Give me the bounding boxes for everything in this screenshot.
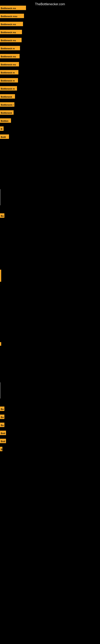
bar-item: B (0, 447, 2, 451)
chart-marker (0, 342, 1, 346)
bar-item: Bo (0, 213, 4, 218)
bar-item: Bottleneck (0, 110, 14, 115)
bar-item: Bo (0, 406, 4, 411)
bar-item: Bott (0, 431, 6, 435)
bar-item: Bottleneck res (0, 38, 22, 42)
chart-marker (0, 270, 1, 282)
bar-item: Bott (0, 439, 6, 443)
bar-item: Bottleneck re (0, 86, 17, 90)
bar-item: B (0, 126, 3, 131)
bar-item: Bottlen (0, 118, 11, 123)
bar-item: Bottleneck (0, 94, 15, 98)
bar-item: Bottleneck r (0, 102, 14, 107)
bar-item: Bottleneck resu (0, 14, 24, 18)
chart-marker (0, 189, 0, 205)
bar-item: Bo (0, 422, 4, 427)
bar-item: Bottleneck re (0, 70, 18, 74)
bar-item: Bottleneck res (0, 30, 22, 34)
bar-item: Bottleneck res (0, 62, 19, 66)
bar-item: Bottleneck res (0, 54, 20, 58)
bar-item: Bottl (0, 134, 9, 139)
bar-item: Bottleneck res (0, 6, 26, 10)
chart-marker (0, 382, 0, 398)
bar-item: Bo (0, 414, 4, 419)
bar-item: Bottleneck re (0, 46, 20, 50)
bar-item: Bottleneck res (0, 22, 23, 26)
bar-item: Bottleneck re (0, 78, 18, 82)
